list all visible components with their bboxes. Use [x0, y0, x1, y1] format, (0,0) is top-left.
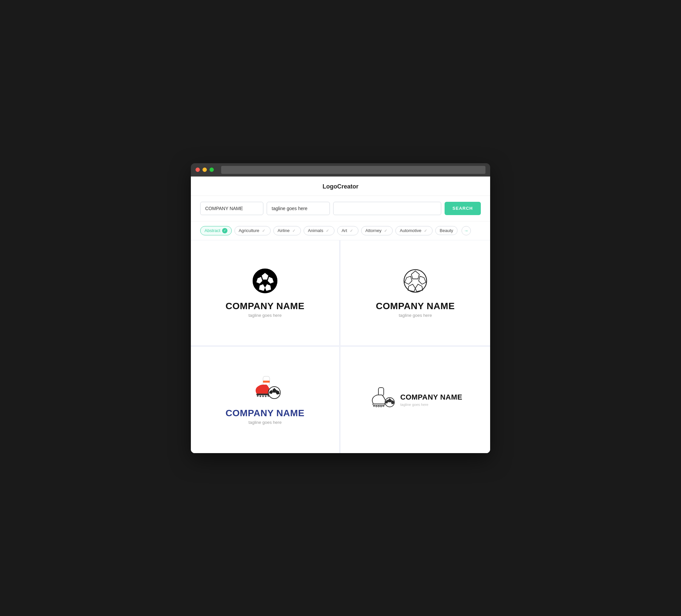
soccer-ball-filled-icon [252, 267, 278, 296]
category-label: Agriculture [239, 228, 259, 233]
logo-4-tagline: tagline goes here [400, 403, 462, 407]
category-pill-attorney[interactable]: Attorney ✓ [361, 226, 393, 235]
traffic-light-yellow[interactable] [202, 168, 207, 172]
svg-point-18 [262, 395, 264, 397]
company-name-input[interactable] [200, 202, 263, 215]
check-icon-attorney: ✓ [383, 228, 388, 233]
logo-2-company-name: COMPANY NAME [376, 301, 455, 311]
svg-point-30 [380, 406, 382, 407]
soccer-boot-outline-icon [369, 387, 395, 412]
search-bar: SEARCH [191, 196, 490, 222]
svg-point-28 [376, 406, 377, 407]
svg-point-19 [265, 395, 267, 397]
category-pill-airline[interactable]: Airline ✓ [273, 226, 301, 235]
soccer-boot-colored-icon [248, 375, 282, 403]
app-header: LogoCreator [191, 177, 490, 196]
logo-3-company-name: COMPANY NAME [225, 408, 304, 418]
category-next-button[interactable]: → [461, 226, 471, 235]
logo-1-tagline: tagline goes here [248, 313, 282, 318]
category-pill-animals[interactable]: Animals ✓ [304, 226, 334, 235]
category-label: Animals [308, 228, 323, 233]
svg-point-17 [260, 395, 261, 397]
logo-1-company-name: COMPANY NAME [225, 301, 304, 311]
browser-titlebar [191, 163, 490, 177]
category-pill-agriculture[interactable]: Agriculture ✓ [234, 226, 271, 235]
svg-point-16 [257, 395, 259, 397]
category-label: Automotive [400, 228, 421, 233]
svg-rect-25 [378, 388, 384, 395]
category-label: Attorney [365, 228, 381, 233]
browser-window: LogoCreator SEARCH Abstract ✓ Agricultur… [191, 163, 490, 453]
tagline-input[interactable] [267, 202, 330, 215]
svg-rect-26 [373, 404, 385, 405]
logo-3-tagline: tagline goes here [248, 420, 282, 425]
svg-point-31 [383, 405, 384, 407]
soccer-ball-outline-icon [402, 267, 429, 296]
check-icon-agriculture: ✓ [261, 228, 266, 233]
category-filters: Abstract ✓ Agriculture ✓ Airline ✓ Anima… [191, 222, 490, 240]
traffic-light-red[interactable] [196, 168, 200, 172]
svg-point-27 [373, 405, 375, 407]
category-pill-art[interactable]: Art ✓ [337, 226, 358, 235]
logo-card-3[interactable]: COMPANY NAME tagline goes here [191, 347, 340, 453]
check-icon-airline: ✓ [291, 228, 297, 233]
search-button[interactable]: SEARCH [445, 202, 481, 215]
logo-card-2[interactable]: COMPANY NAME tagline goes here [340, 240, 490, 347]
check-icon-abstract: ✓ [222, 228, 227, 233]
traffic-light-green[interactable] [209, 168, 214, 172]
logo-2-tagline: tagline goes here [399, 313, 432, 318]
svg-rect-15 [256, 393, 270, 395]
browser-content: LogoCreator SEARCH Abstract ✓ Agricultur… [191, 177, 490, 453]
logo-4-text-block: COMPANY NAME tagline goes here [400, 393, 462, 407]
category-pill-beauty[interactable]: Beauty [435, 226, 457, 235]
keyword-input[interactable] [333, 202, 441, 215]
category-pill-automotive[interactable]: Automotive ✓ [395, 226, 433, 235]
category-label: Art [342, 228, 347, 233]
logo-grid: COMPANY NAME tagline goes here [191, 240, 490, 453]
logo-4-company-name: COMPANY NAME [400, 393, 462, 402]
check-icon-art: ✓ [349, 228, 354, 233]
svg-point-29 [378, 406, 379, 407]
category-label: Beauty [439, 228, 453, 233]
logo-card-4[interactable]: COMPANY NAME tagline goes here [340, 347, 490, 453]
category-label: Airline [278, 228, 289, 233]
app-title: LogoCreator [323, 183, 358, 190]
check-icon-automotive: ✓ [423, 228, 428, 233]
svg-rect-14 [263, 381, 270, 383]
category-pill-abstract[interactable]: Abstract ✓ [200, 226, 232, 235]
check-icon-animals: ✓ [325, 228, 330, 233]
category-label: Abstract [204, 228, 221, 233]
logo-card-1[interactable]: COMPANY NAME tagline goes here [191, 240, 340, 347]
browser-addressbar[interactable] [221, 166, 485, 174]
